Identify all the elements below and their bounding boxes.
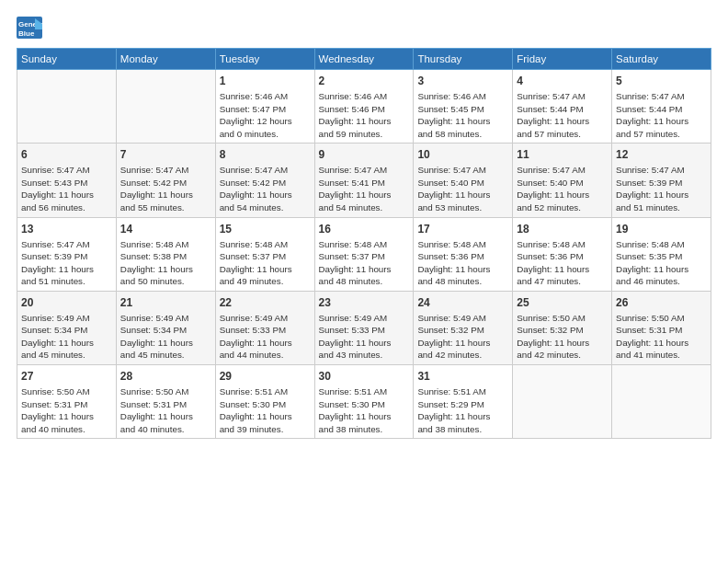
day-number: 18 (517, 222, 608, 236)
day-detail: Sunrise: 5:46 AM Sunset: 5:45 PM Dayligh… (417, 90, 508, 140)
calendar-cell: 12Sunrise: 5:47 AM Sunset: 5:39 PM Dayli… (612, 144, 711, 217)
calendar-cell (513, 365, 612, 439)
day-number: 25 (517, 295, 608, 310)
day-detail: Sunrise: 5:47 AM Sunset: 5:39 PM Dayligh… (21, 238, 112, 288)
day-detail: Sunrise: 5:51 AM Sunset: 5:30 PM Dayligh… (319, 385, 410, 435)
calendar-week-row: 1Sunrise: 5:46 AM Sunset: 5:47 PM Daylig… (17, 70, 711, 144)
calendar-cell: 20Sunrise: 5:49 AM Sunset: 5:34 PM Dayli… (17, 291, 117, 364)
day-number: 21 (120, 295, 211, 310)
day-number: 3 (417, 74, 508, 88)
day-number: 10 (417, 147, 508, 162)
day-number: 15 (220, 222, 311, 236)
calendar-cell: 8Sunrise: 5:47 AM Sunset: 5:42 PM Daylig… (215, 144, 314, 217)
calendar-cell: 27Sunrise: 5:50 AM Sunset: 5:31 PM Dayli… (17, 365, 117, 439)
calendar-table: SundayMondayTuesdayWednesdayThursdayFrid… (17, 48, 711, 439)
calendar-day-header: Monday (116, 49, 215, 70)
calendar-cell: 2Sunrise: 5:46 AM Sunset: 5:46 PM Daylig… (314, 70, 414, 144)
calendar-cell: 10Sunrise: 5:47 AM Sunset: 5:40 PM Dayli… (414, 144, 513, 217)
calendar-cell: 26Sunrise: 5:50 AM Sunset: 5:31 PM Dayli… (612, 291, 711, 364)
day-number: 27 (21, 369, 112, 384)
day-number: 26 (616, 295, 707, 310)
calendar-cell: 14Sunrise: 5:48 AM Sunset: 5:38 PM Dayli… (116, 217, 215, 291)
day-detail: Sunrise: 5:49 AM Sunset: 5:34 PM Dayligh… (120, 312, 211, 362)
calendar-cell: 17Sunrise: 5:48 AM Sunset: 5:36 PM Dayli… (414, 217, 513, 291)
day-number: 8 (220, 147, 311, 162)
calendar-cell (612, 365, 711, 439)
calendar-cell: 29Sunrise: 5:51 AM Sunset: 5:30 PM Dayli… (215, 365, 314, 439)
calendar-cell: 21Sunrise: 5:49 AM Sunset: 5:34 PM Dayli… (116, 291, 215, 364)
day-number: 12 (616, 147, 707, 162)
day-number: 24 (417, 295, 508, 310)
day-detail: Sunrise: 5:50 AM Sunset: 5:31 PM Dayligh… (616, 312, 707, 362)
day-detail: Sunrise: 5:50 AM Sunset: 5:32 PM Dayligh… (517, 312, 608, 362)
day-detail: Sunrise: 5:48 AM Sunset: 5:35 PM Dayligh… (616, 238, 707, 288)
svg-text:Blue: Blue (18, 29, 35, 38)
day-number: 2 (319, 74, 410, 88)
logo: General Blue (17, 17, 46, 39)
day-detail: Sunrise: 5:47 AM Sunset: 5:40 PM Dayligh… (417, 164, 508, 213)
day-number: 5 (616, 74, 707, 88)
day-number: 19 (616, 222, 707, 236)
day-number: 29 (220, 369, 311, 384)
day-detail: Sunrise: 5:47 AM Sunset: 5:42 PM Dayligh… (120, 164, 211, 213)
calendar-cell: 28Sunrise: 5:50 AM Sunset: 5:31 PM Dayli… (116, 365, 215, 439)
calendar-cell: 13Sunrise: 5:47 AM Sunset: 5:39 PM Dayli… (17, 217, 117, 291)
calendar-cell: 25Sunrise: 5:50 AM Sunset: 5:32 PM Dayli… (513, 291, 612, 364)
day-number: 7 (120, 147, 211, 162)
calendar-cell: 19Sunrise: 5:48 AM Sunset: 5:35 PM Dayli… (612, 217, 711, 291)
calendar-cell: 1Sunrise: 5:46 AM Sunset: 5:47 PM Daylig… (215, 70, 314, 144)
calendar-cell: 30Sunrise: 5:51 AM Sunset: 5:30 PM Dayli… (314, 365, 414, 439)
calendar-day-header: Friday (513, 49, 612, 70)
day-detail: Sunrise: 5:49 AM Sunset: 5:32 PM Dayligh… (417, 312, 508, 362)
calendar-cell: 15Sunrise: 5:48 AM Sunset: 5:37 PM Dayli… (215, 217, 314, 291)
calendar-cell: 31Sunrise: 5:51 AM Sunset: 5:29 PM Dayli… (414, 365, 513, 439)
day-detail: Sunrise: 5:50 AM Sunset: 5:31 PM Dayligh… (21, 385, 112, 435)
page: General Blue SundayMondayTuesdayWednesda… (0, 0, 728, 450)
day-number: 14 (120, 222, 211, 236)
day-detail: Sunrise: 5:49 AM Sunset: 5:33 PM Dayligh… (319, 312, 410, 362)
day-detail: Sunrise: 5:48 AM Sunset: 5:36 PM Dayligh… (417, 238, 508, 288)
calendar-week-row: 13Sunrise: 5:47 AM Sunset: 5:39 PM Dayli… (17, 217, 711, 291)
day-detail: Sunrise: 5:50 AM Sunset: 5:31 PM Dayligh… (120, 385, 211, 435)
calendar-cell: 4Sunrise: 5:47 AM Sunset: 5:44 PM Daylig… (513, 70, 612, 144)
calendar-day-header: Wednesday (314, 49, 414, 70)
day-number: 20 (21, 295, 112, 310)
day-number: 23 (319, 295, 410, 310)
calendar-cell: 5Sunrise: 5:47 AM Sunset: 5:44 PM Daylig… (612, 70, 711, 144)
calendar-cell: 3Sunrise: 5:46 AM Sunset: 5:45 PM Daylig… (414, 70, 513, 144)
day-number: 11 (517, 147, 608, 162)
day-detail: Sunrise: 5:46 AM Sunset: 5:46 PM Dayligh… (319, 90, 410, 140)
calendar-cell: 22Sunrise: 5:49 AM Sunset: 5:33 PM Dayli… (215, 291, 314, 364)
calendar-cell: 16Sunrise: 5:48 AM Sunset: 5:37 PM Dayli… (314, 217, 414, 291)
day-detail: Sunrise: 5:48 AM Sunset: 5:36 PM Dayligh… (517, 238, 608, 288)
calendar-header-row: SundayMondayTuesdayWednesdayThursdayFrid… (17, 49, 711, 70)
calendar-day-header: Tuesday (215, 49, 314, 70)
day-number: 13 (21, 222, 112, 236)
calendar-cell: 9Sunrise: 5:47 AM Sunset: 5:41 PM Daylig… (314, 144, 414, 217)
day-detail: Sunrise: 5:47 AM Sunset: 5:41 PM Dayligh… (319, 164, 410, 213)
day-detail: Sunrise: 5:46 AM Sunset: 5:47 PM Dayligh… (220, 90, 311, 140)
day-number: 6 (21, 147, 112, 162)
calendar-cell: 6Sunrise: 5:47 AM Sunset: 5:43 PM Daylig… (17, 144, 117, 217)
day-number: 9 (319, 147, 410, 162)
calendar-day-header: Sunday (17, 49, 117, 70)
day-detail: Sunrise: 5:51 AM Sunset: 5:29 PM Dayligh… (417, 385, 508, 435)
day-detail: Sunrise: 5:47 AM Sunset: 5:39 PM Dayligh… (616, 164, 707, 213)
calendar-body: 1Sunrise: 5:46 AM Sunset: 5:47 PM Daylig… (17, 70, 711, 439)
calendar-cell: 24Sunrise: 5:49 AM Sunset: 5:32 PM Dayli… (414, 291, 513, 364)
day-number: 22 (220, 295, 311, 310)
day-detail: Sunrise: 5:49 AM Sunset: 5:33 PM Dayligh… (220, 312, 311, 362)
day-detail: Sunrise: 5:47 AM Sunset: 5:44 PM Dayligh… (517, 90, 608, 140)
day-number: 16 (319, 222, 410, 236)
day-detail: Sunrise: 5:48 AM Sunset: 5:38 PM Dayligh… (120, 238, 211, 288)
day-number: 30 (319, 369, 410, 384)
day-number: 28 (120, 369, 211, 384)
day-detail: Sunrise: 5:47 AM Sunset: 5:40 PM Dayligh… (517, 164, 608, 213)
calendar-cell: 11Sunrise: 5:47 AM Sunset: 5:40 PM Dayli… (513, 144, 612, 217)
calendar-week-row: 20Sunrise: 5:49 AM Sunset: 5:34 PM Dayli… (17, 291, 711, 364)
header: General Blue (17, 17, 711, 39)
day-number: 31 (417, 369, 508, 384)
day-number: 17 (417, 222, 508, 236)
calendar-day-header: Saturday (612, 49, 711, 70)
calendar-cell: 7Sunrise: 5:47 AM Sunset: 5:42 PM Daylig… (116, 144, 215, 217)
